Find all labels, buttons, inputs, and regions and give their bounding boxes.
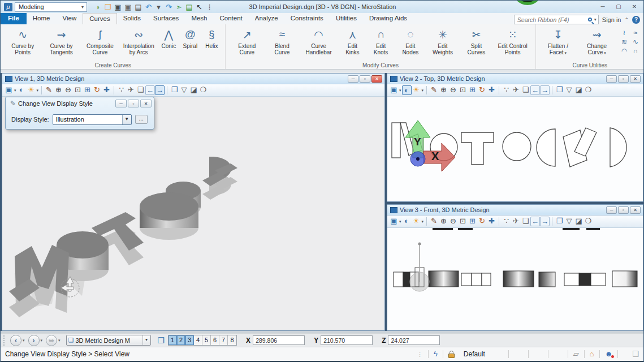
fit-view-icon[interactable]: ⊞	[83, 85, 92, 95]
adjust-brightness-icon[interactable]: ☀	[27, 85, 36, 95]
active-level-label[interactable]: Default	[464, 350, 503, 358]
view-history-dropdown-icon[interactable]: ▾	[58, 338, 60, 343]
z-coordinate-field[interactable]	[388, 335, 440, 345]
dialog-title-bar[interactable]: ✎ Change View Display Style ─▫✕	[6, 97, 154, 110]
split-curves-button[interactable]: ✂Split Curves	[460, 25, 492, 56]
tab-analyze[interactable]: Analyze	[249, 13, 284, 24]
view-next-icon[interactable]: →	[155, 85, 165, 95]
copy-view-icon[interactable]: ❐	[170, 85, 179, 95]
fly-icon[interactable]: ✈	[511, 85, 521, 95]
conic-button[interactable]: ⋀Conic	[158, 25, 179, 50]
view-next-icon[interactable]: →	[540, 85, 550, 95]
curve-handlebar-button[interactable]: ◠Curve Handlebar	[300, 25, 338, 56]
copy-view-icon[interactable]: ❐	[555, 85, 564, 95]
view1-title-bar[interactable]: View 1, 3D Metric Design ─▫✕	[2, 74, 384, 84]
home-icon[interactable]: ⌂	[590, 350, 594, 358]
apply-style-brush-icon[interactable]: ✎	[429, 85, 439, 95]
view-close-button[interactable]: ✕	[371, 75, 382, 83]
tab-solids[interactable]: Solids	[117, 13, 147, 24]
clip-volume-icon[interactable]: ▽	[564, 217, 574, 226]
fly-icon[interactable]: ✈	[126, 85, 136, 95]
navigate-icon[interactable]: ❏	[521, 85, 530, 95]
copy-view-icon[interactable]: ❐	[555, 217, 564, 226]
view-display-mode-icon[interactable]: ▣	[389, 85, 399, 95]
interpolation-by-arcs-button[interactable]: ∾Interpolation by Arcs	[120, 25, 157, 56]
undo-icon[interactable]: ↶	[144, 3, 153, 11]
redo-icon[interactable]: ↷	[164, 3, 174, 11]
spiral-button[interactable]: @Spiral	[180, 25, 200, 50]
view-toggle-8[interactable]: 8	[228, 335, 236, 345]
rotate-view-icon[interactable]: ↻	[477, 217, 487, 226]
pin-icon[interactable]: ➣	[174, 3, 184, 11]
helix-button[interactable]: §Helix	[201, 25, 222, 50]
ribbon-search[interactable]: ▾	[514, 15, 599, 24]
close-button[interactable]: ✕	[626, 2, 642, 11]
zoom-in-icon[interactable]: ⊕	[439, 217, 448, 226]
walk-icon[interactable]: ∵	[502, 85, 511, 95]
lock-icon[interactable]	[448, 354, 455, 358]
fly-icon[interactable]: ✈	[511, 217, 521, 226]
view-previous-icon[interactable]: ←	[530, 85, 540, 95]
fit-view-icon[interactable]: ⊞	[468, 217, 477, 226]
tab-file[interactable]: File	[1, 13, 27, 24]
convert-to-bspline-icon[interactable]: ≋	[619, 38, 629, 46]
view-toggle-5[interactable]: 5	[202, 335, 211, 345]
view-close-button[interactable]: ✕	[630, 75, 641, 83]
edit-knots-button[interactable]: ∩Edit Knots	[367, 25, 395, 56]
sign-in-link[interactable]: Sign in	[602, 16, 621, 23]
window-area-icon[interactable]: ⊡	[458, 217, 468, 226]
x-coordinate-field[interactable]	[253, 335, 305, 345]
tab-curves[interactable]: Curves	[83, 13, 116, 24]
view-display-mode-dropdown-icon[interactable]: ▾	[399, 219, 401, 224]
view-display-mode-icon[interactable]: ▣	[389, 217, 399, 226]
flatten-facet-button[interactable]: ↧Flatten / Facet ▾	[539, 25, 577, 56]
adjust-brightness-dropdown-icon[interactable]: ▾	[422, 219, 424, 224]
y-coordinate-field[interactable]	[321, 335, 373, 345]
workflow-dropdown-icon[interactable]: ▾	[80, 5, 85, 10]
zoom-in-icon[interactable]: ⊕	[439, 85, 448, 95]
view-toggle-7[interactable]: 7	[219, 335, 228, 345]
dialog-restore-button[interactable]: ▫	[128, 100, 139, 107]
notifications-icon[interactable]: ☻	[605, 350, 613, 358]
clip-mask-icon[interactable]: ◪	[189, 85, 198, 95]
rebuild-curve-icon[interactable]: ∿	[630, 38, 641, 46]
pan-view-icon[interactable]: ✚	[487, 85, 496, 95]
zoom-out-icon[interactable]: ⊖	[448, 217, 458, 226]
display-style-icon[interactable]: ◐	[402, 85, 412, 95]
workflow-selector[interactable]: Modeling ▾	[15, 2, 87, 12]
change-curve-button[interactable]: ⇝Change Curve ▾	[578, 25, 616, 56]
simplify-geometry-icon[interactable]: ≈	[630, 29, 641, 37]
zoom-out-icon[interactable]: ⊖	[63, 85, 73, 95]
apply-style-brush-icon[interactable]: ✎	[44, 85, 54, 95]
fence-icon[interactable]: ▱	[573, 350, 579, 358]
saved-views-icon[interactable]: ❍	[584, 85, 593, 95]
evaluate-curve-icon[interactable]: ◠	[619, 47, 629, 55]
view-next-icon[interactable]: →	[540, 217, 550, 226]
tab-view[interactable]: View	[57, 13, 83, 24]
edit-kinks-button[interactable]: ⋏Edit Kinks	[339, 25, 366, 56]
view-minimize-button[interactable]: ─	[348, 75, 358, 83]
search-dropdown-icon[interactable]: ▾	[594, 17, 597, 22]
view3-title-bar[interactable]: View 3 - Front, 3D Metric Design ─▫✕	[387, 205, 643, 216]
save-settings-icon[interactable]: ▣	[123, 3, 133, 11]
pan-view-icon[interactable]: ✚	[487, 217, 496, 226]
display-style-icon[interactable]: ◐	[17, 85, 27, 95]
view-toggle-3[interactable]: 3	[185, 335, 194, 345]
display-style-browse-button[interactable]: ...	[135, 115, 148, 124]
snap-mode-icon[interactable]: ϟ	[434, 350, 438, 358]
rotate-view-icon[interactable]: ↻	[477, 85, 487, 95]
window-area-icon[interactable]: ⊡	[458, 85, 468, 95]
composite-curve-button[interactable]: ʃComposite Curve	[81, 25, 119, 56]
clip-volume-icon[interactable]: ▽	[179, 85, 189, 95]
saved-views-icon[interactable]: ❍	[584, 217, 593, 226]
view-previous-icon[interactable]: ←	[145, 85, 155, 95]
adjust-brightness-icon[interactable]: ☀	[412, 85, 421, 95]
navigate-icon[interactable]: ❏	[136, 85, 145, 95]
view-display-mode-icon[interactable]: ▣	[4, 85, 14, 95]
chevron-down-icon[interactable]: ▼	[122, 115, 131, 124]
curve-by-tangents-button[interactable]: ⇝Curve by Tangents	[42, 25, 80, 56]
adjust-brightness-dropdown-icon[interactable]: ▾	[422, 88, 424, 93]
view2-canvas[interactable]: Y X	[387, 97, 643, 201]
window-list-icon[interactable]: ❑	[632, 350, 639, 358]
tab-home[interactable]: Home	[27, 13, 57, 24]
